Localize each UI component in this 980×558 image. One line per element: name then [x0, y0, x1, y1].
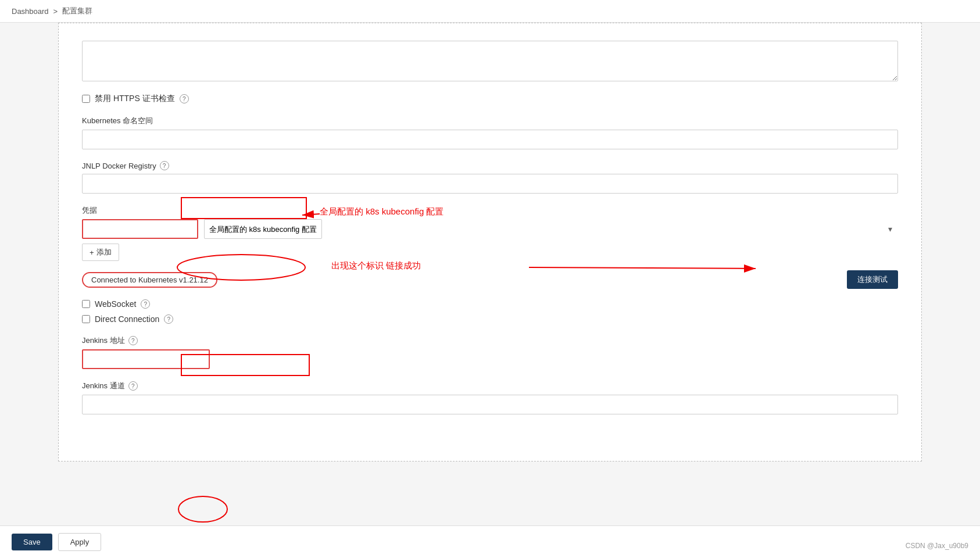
websocket-checkbox[interactable]	[82, 300, 90, 308]
test-connection-button[interactable]: 连接测试	[847, 270, 898, 289]
add-icon: +	[90, 248, 94, 257]
jenkins-channel-input[interactable]	[82, 395, 898, 414]
connection-status-badge: Connected to Kubernetes v1.21.12	[82, 272, 217, 288]
websocket-label: WebSocket	[95, 299, 136, 309]
breadcrumb-dashboard[interactable]: Dashboard	[12, 7, 49, 16]
save-button[interactable]: Save	[12, 534, 52, 550]
svg-point-5	[178, 496, 227, 522]
jenkins-address-help-icon[interactable]: ?	[128, 336, 138, 345]
websocket-help-icon[interactable]: ?	[141, 299, 150, 309]
credential-dropdown[interactable]: 全局配置的 k8s kubeconfig 配置	[204, 219, 322, 239]
direct-connection-checkbox[interactable]	[82, 315, 90, 323]
jenkins-address-label: Jenkins 地址	[82, 335, 125, 346]
annotation-connection: 出现这个标识 链接成功	[331, 260, 421, 271]
disable-https-checkbox[interactable]	[82, 95, 90, 103]
jenkins-channel-help-icon[interactable]: ?	[128, 381, 138, 391]
breadcrumb-current: 配置集群	[62, 6, 92, 16]
top-textarea[interactable]	[82, 41, 898, 81]
annotation-kubeconfig: 全局配置的 k8s kubeconfig 配置	[320, 206, 443, 217]
apply-button[interactable]: Apply	[58, 533, 102, 551]
jenkins-channel-label: Jenkins 通道	[82, 381, 125, 391]
credential-input[interactable]: config (k8s kubeconfig)	[82, 219, 198, 239]
breadcrumb-separator: >	[53, 7, 58, 16]
add-credential-button[interactable]: + 添加	[82, 244, 119, 261]
jnlp-registry-label: JNLP Docker Registry	[82, 162, 156, 170]
disable-https-label: 禁用 HTTPS 证书检查	[95, 94, 175, 104]
jnlp-registry-help-icon[interactable]: ?	[160, 161, 169, 170]
jnlp-registry-input[interactable]	[82, 174, 898, 194]
k8s-namespace-label: Kubernetes 命名空间	[82, 116, 153, 126]
k8s-namespace-input[interactable]	[82, 130, 898, 149]
footer-bar: Save Apply	[0, 525, 980, 558]
add-label: 添加	[96, 247, 112, 257]
disable-https-help-icon[interactable]: ?	[180, 94, 189, 103]
credential-label: 凭据	[82, 205, 97, 216]
watermark: CSDN @Jax_u90b9	[906, 542, 968, 550]
direct-connection-label: Direct Connection	[95, 314, 159, 324]
jenkins-address-input[interactable]: http://192.168.194.42:8080/	[82, 349, 210, 369]
direct-connection-help-icon[interactable]: ?	[164, 314, 173, 324]
